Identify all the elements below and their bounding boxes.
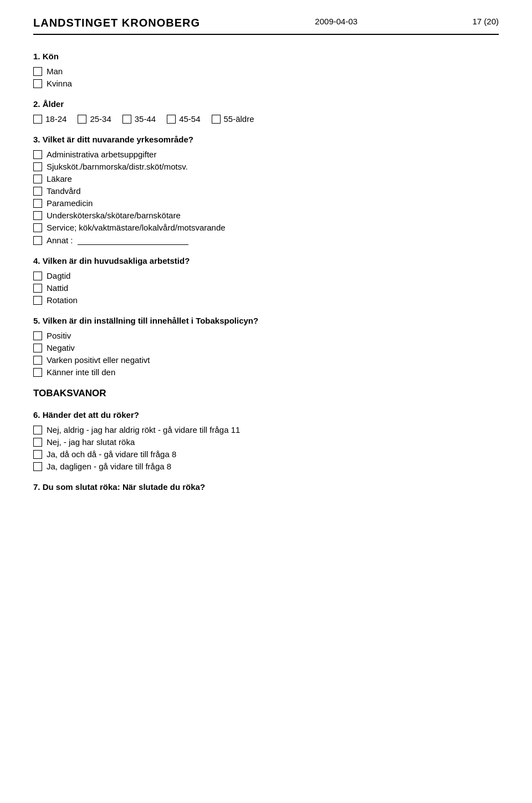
q6-checkbox-nej-aldrig[interactable] <box>33 426 42 434</box>
q2-label-18-24: 18-24 <box>45 114 66 124</box>
q5-option-varken[interactable]: Varken positivt eller negativt <box>33 355 499 365</box>
q6-checkbox-ja-dagligen[interactable] <box>33 462 42 471</box>
q6-label: Händer det att du röker? <box>43 410 139 420</box>
q2-option-45-54[interactable]: 45-54 <box>167 114 200 124</box>
q6-option-nej-slutat[interactable]: Nej, - jag har slutat röka <box>33 437 499 447</box>
q3-annat-input[interactable] <box>78 235 188 245</box>
q4-option-rotation[interactable]: Rotation <box>33 295 499 305</box>
q3-option-service[interactable]: Service; kök/vaktmästare/lokalvård/motsv… <box>33 223 499 232</box>
q5-label: Vilken är din inställning till innehålle… <box>43 316 259 325</box>
q6-number: 6. <box>33 410 40 420</box>
q4-option-dagtid[interactable]: Dagtid <box>33 271 499 280</box>
q2-checkbox-55-aldre[interactable] <box>212 115 221 124</box>
q5-checkbox-positiv[interactable] <box>33 331 42 340</box>
q6-label-ja-dagligen: Ja, dagligen - gå vidare till fråga 8 <box>47 462 171 471</box>
q1-title: 1. Kön <box>33 52 499 61</box>
q4-option-nattid[interactable]: Nattid <box>33 283 499 293</box>
q5-label-varken: Varken positivt eller negativt <box>47 355 150 365</box>
header-page: 17 (20) <box>472 17 499 26</box>
q3-option-annat[interactable]: Annat : <box>33 235 499 245</box>
q5-checkbox-kanner[interactable] <box>33 368 42 377</box>
question-1: 1. Kön Man Kvinna <box>33 52 499 88</box>
q1-number: 1. <box>33 52 40 61</box>
q5-checkbox-varken[interactable] <box>33 356 42 365</box>
q3-label-paramedicin: Paramedicin <box>47 198 93 208</box>
q3-checkbox-underskoterska[interactable] <box>33 211 42 220</box>
q5-title: 5. Vilken är din inställning till innehå… <box>33 316 499 325</box>
q2-checkbox-18-24[interactable] <box>33 115 42 124</box>
q5-label-negativ: Negativ <box>47 343 75 352</box>
q6-title: 6. Händer det att du röker? <box>33 410 499 420</box>
q4-title: 4. Vilken är din huvudsakliga arbetstid? <box>33 256 499 265</box>
question-5: 5. Vilken är din inställning till innehå… <box>33 316 499 377</box>
q3-label-annat: Annat : <box>47 236 73 245</box>
q2-label-35-44: 35-44 <box>135 114 156 124</box>
q3-option-admin[interactable]: Administrativa arbetsuppgifter <box>33 150 499 159</box>
q6-option-ja-da-och-da[interactable]: Ja, då och då - gå vidare till fråga 8 <box>33 449 499 459</box>
q2-checkbox-45-54[interactable] <box>167 115 176 124</box>
q1-option-kvinna[interactable]: Kvinna <box>33 79 499 88</box>
q4-label-dagtid: Dagtid <box>47 271 70 280</box>
q6-checkbox-ja-da-och-da[interactable] <box>33 450 42 459</box>
q1-option-man[interactable]: Man <box>33 67 499 76</box>
q4-checkbox-nattid[interactable] <box>33 284 42 293</box>
q3-checkbox-lakare[interactable] <box>33 175 42 183</box>
q3-label-underskoterska: Undersköterska/skötare/barnskötare <box>47 211 181 220</box>
q2-title: 2. Ålder <box>33 99 499 109</box>
q2-option-55-aldre[interactable]: 55-äldre <box>212 114 254 124</box>
q5-option-positiv[interactable]: Positiv <box>33 331 499 340</box>
q3-option-underskoterska[interactable]: Undersköterska/skötare/barnskötare <box>33 211 499 220</box>
q1-label: Kön <box>43 52 59 61</box>
q3-option-lakare[interactable]: Läkare <box>33 174 499 183</box>
q2-checkbox-35-44[interactable] <box>122 115 131 124</box>
q3-option-paramedicin[interactable]: Paramedicin <box>33 198 499 208</box>
q2-label-55-aldre: 55-äldre <box>224 114 254 124</box>
q6-option-nej-aldrig[interactable]: Nej, aldrig - jag har aldrig rökt - gå v… <box>33 425 499 434</box>
q7-label-rest: : När slutade du röka? <box>117 482 205 492</box>
q2-option-25-34[interactable]: 25-34 <box>78 114 111 124</box>
q3-checkbox-service[interactable] <box>33 223 42 232</box>
q3-title: 3. Vilket är ditt nuvarande yrkesområde? <box>33 135 499 144</box>
q3-label: Vilket är ditt nuvarande yrkesområde? <box>43 135 193 144</box>
q6-label-ja-da-och-da: Ja, då och då - gå vidare till fråga 8 <box>47 449 176 459</box>
q3-checkbox-annat[interactable] <box>33 236 42 245</box>
q6-option-ja-dagligen[interactable]: Ja, dagligen - gå vidare till fråga 8 <box>33 462 499 471</box>
organization-name: LANDSTINGET KRONOBERG <box>33 17 200 29</box>
q3-checkbox-admin[interactable] <box>33 150 42 159</box>
q5-checkbox-negativ[interactable] <box>33 344 42 352</box>
q3-label-tandvard: Tandvård <box>47 186 81 196</box>
question-3: 3. Vilket är ditt nuvarande yrkesområde?… <box>33 135 499 245</box>
q3-label-sjukskoterska: Sjuksköt./barnmorska/distr.sköt/motsv. <box>47 162 188 171</box>
page-header: LANDSTINGET KRONOBERG 2009-04-03 17 (20) <box>33 17 499 35</box>
question-2: 2. Ålder 18-24 25-34 35-44 45-54 55-äldr… <box>33 99 499 124</box>
q5-label-positiv: Positiv <box>47 331 71 340</box>
q1-checkbox-man[interactable] <box>33 67 42 76</box>
q7-title: 7. Du som slutat röka: När slutade du rö… <box>33 482 499 492</box>
q2-checkbox-25-34[interactable] <box>78 115 86 124</box>
q2-number: 2. <box>33 99 40 109</box>
q7-number: 7. <box>33 482 40 492</box>
q4-label-nattid: Nattid <box>47 283 68 293</box>
q5-number: 5. <box>33 316 40 325</box>
q5-option-kanner[interactable]: Känner inte till den <box>33 367 499 377</box>
q5-option-negativ[interactable]: Negativ <box>33 343 499 352</box>
q3-label-lakare: Läkare <box>47 174 72 183</box>
q4-label-rotation: Rotation <box>47 295 78 305</box>
q4-checkbox-dagtid[interactable] <box>33 272 42 280</box>
q3-checkbox-tandvard[interactable] <box>33 187 42 196</box>
q4-label: Vilken är din huvudsakliga arbetstid? <box>43 256 190 265</box>
q6-label-nej-aldrig: Nej, aldrig - jag har aldrig rökt - gå v… <box>47 425 240 434</box>
question-4: 4. Vilken är din huvudsakliga arbetstid?… <box>33 256 499 305</box>
q4-checkbox-rotation[interactable] <box>33 296 42 305</box>
q6-checkbox-nej-slutat[interactable] <box>33 438 42 447</box>
q2-option-35-44[interactable]: 35-44 <box>122 114 156 124</box>
q2-label-45-54: 45-54 <box>179 114 200 124</box>
q3-checkbox-sjukskoterska[interactable] <box>33 162 42 171</box>
q1-checkbox-kvinna[interactable] <box>33 79 42 88</box>
q3-option-tandvard[interactable]: Tandvård <box>33 186 499 196</box>
q3-option-sjukskoterska[interactable]: Sjuksköt./barnmorska/distr.sköt/motsv. <box>33 162 499 171</box>
q2-option-18-24[interactable]: 18-24 <box>33 114 66 124</box>
q1-label-man: Man <box>47 67 63 76</box>
q3-number: 3. <box>33 135 40 144</box>
q3-checkbox-paramedicin[interactable] <box>33 199 42 208</box>
